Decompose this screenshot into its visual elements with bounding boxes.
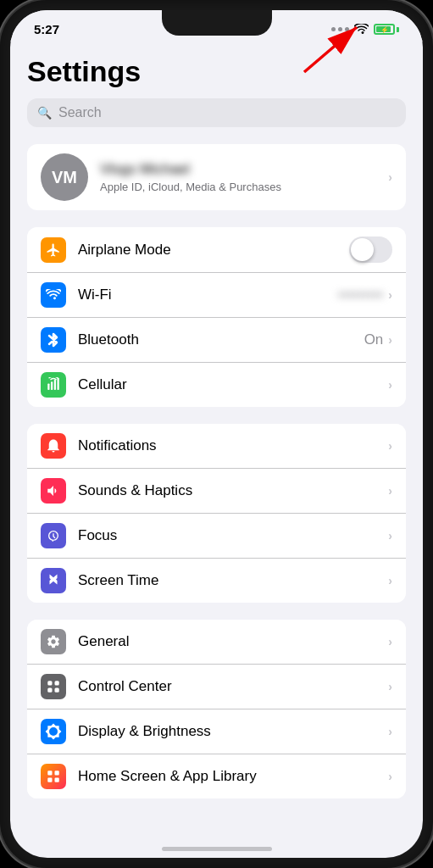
svg-rect-6 [47,681,52,685]
bluetooth-row[interactable]: Bluetooth On › [27,318,406,363]
sounds-chevron-icon: › [388,484,392,498]
sounds-row[interactable]: Sounds & Haptics › [27,469,406,514]
notifications-row[interactable]: Notifications › [27,424,406,469]
battery-icon: ⚡ [374,24,399,35]
control-center-row[interactable]: Control Center › [27,665,406,709]
sounds-icon [41,478,66,504]
display-brightness-icon [41,719,66,744]
svg-rect-12 [47,778,52,782]
focus-chevron-icon: › [388,529,392,542]
phone-screen: 5:27 ⚡ [10,10,423,858]
svg-rect-10 [47,771,52,775]
svg-rect-2 [47,384,49,391]
cellular-row[interactable]: Cellular › [27,363,406,407]
wifi-row[interactable]: Wi-Fi ••••••••• › [27,273,406,318]
home-screen-icon [41,764,66,789]
profile-name: Vlogs Michael [100,161,388,178]
svg-rect-5 [58,378,59,390]
profile-info: Vlogs Michael Apple ID, iCloud, Media & … [100,161,388,193]
focus-label: Focus [78,527,388,544]
status-time: 5:27 [34,22,59,36]
notch [162,10,272,36]
bluetooth-label: Bluetooth [78,331,364,348]
control-center-chevron-icon: › [388,680,392,693]
screen-time-chevron-icon: › [388,574,392,587]
phone-frame: 5:27 ⚡ [0,0,433,868]
screen-time-row[interactable]: Screen Time › [27,559,406,603]
connectivity-section: Airplane Mode Wi-Fi [27,227,406,407]
display-brightness-label: Display & Brightness [78,723,388,740]
search-bar[interactable]: 🔍 Search [27,98,406,127]
home-indicator[interactable] [162,847,272,851]
control-center-icon [41,674,66,699]
charging-icon: ⚡ [380,25,389,33]
wifi-chevron-icon: › [388,288,392,302]
svg-rect-7 [55,681,59,685]
search-placeholder: Search [58,105,102,120]
bluetooth-chevron-icon: › [388,333,392,347]
screen-time-label: Screen Time [78,572,388,589]
sounds-label: Sounds & Haptics [78,482,388,499]
avatar: VM [41,153,88,201]
general-icon [41,629,66,654]
svg-line-1 [304,27,357,72]
home-screen-chevron-icon: › [388,770,392,783]
cellular-icon [41,372,66,398]
control-center-label: Control Center [78,678,388,695]
notifications-icon [41,433,66,459]
profile-chevron-icon: › [388,170,392,184]
wifi-icon [41,282,66,308]
profile-row[interactable]: VM Vlogs Michael Apple ID, iCloud, Media… [27,144,406,210]
notifications-label: Notifications [78,437,388,454]
display-chevron-icon: › [388,725,392,738]
svg-rect-8 [47,688,52,693]
home-screen-label: Home Screen & App Library [78,768,388,785]
general-chevron-icon: › [388,635,392,648]
airplane-mode-toggle[interactable] [349,236,392,263]
general-row[interactable]: General › [27,620,406,665]
svg-rect-9 [55,688,59,693]
red-arrow-annotation [296,17,372,76]
profile-section: VM Vlogs Michael Apple ID, iCloud, Media… [27,144,406,210]
screen-time-icon [41,568,66,593]
bluetooth-icon [41,327,66,353]
screen-content: Settings 🔍 Search VM Vlogs Michael Apple… [10,42,423,852]
wifi-value: ••••••••• [338,287,384,303]
focus-row[interactable]: Focus › [27,514,406,559]
bluetooth-value: On [364,331,384,348]
profile-subtitle: Apple ID, iCloud, Media & Purchases [100,181,388,193]
svg-rect-13 [55,778,59,782]
home-screen-row[interactable]: Home Screen & App Library › [27,754,406,798]
notifications-section: Notifications › Sounds & Haptics › [27,424,406,603]
focus-icon [41,523,66,548]
airplane-mode-label: Airplane Mode [78,242,349,259]
svg-rect-3 [51,381,53,390]
cellular-chevron-icon: › [388,378,392,392]
airplane-mode-row[interactable]: Airplane Mode [27,227,406,273]
cellular-label: Cellular [78,376,388,393]
svg-rect-11 [55,771,59,775]
general-label: General [78,633,388,650]
notifications-chevron-icon: › [388,439,392,453]
airplane-mode-icon [41,237,66,263]
search-icon: 🔍 [37,106,52,120]
display-brightness-row[interactable]: Display & Brightness › [27,709,406,754]
general-section: General › Control Center › [27,620,406,798]
svg-rect-4 [54,380,56,390]
wifi-label: Wi-Fi [78,287,338,303]
